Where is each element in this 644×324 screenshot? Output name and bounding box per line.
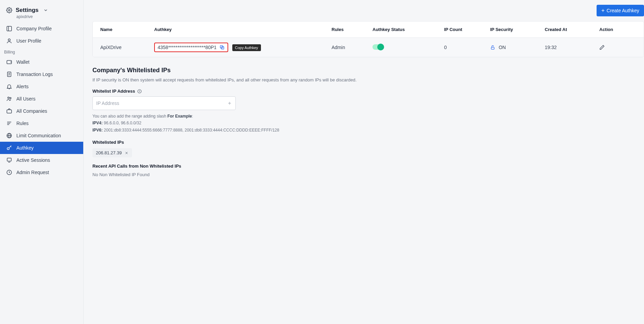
ip-chip-value: 206.81.27.39 — [96, 150, 122, 155]
layout-icon — [6, 26, 12, 32]
cell-created: 19:32 — [541, 38, 596, 57]
sidebar-item-label: Wallet — [16, 59, 29, 65]
sidebar-item-alerts[interactable]: Alerts — [0, 80, 83, 93]
ip-helper-text: You can also add the range adding slash … — [92, 113, 644, 134]
table-row: ApiXDrive 4358********************80P1 C… — [93, 38, 644, 57]
users-icon — [6, 96, 12, 102]
cell-rules: Admin — [328, 38, 369, 57]
edit-icon[interactable] — [599, 45, 605, 50]
cell-action — [596, 38, 644, 57]
sidebar-item-label: Rules — [16, 121, 29, 126]
remove-ip-icon[interactable] — [125, 151, 129, 155]
sidebar-item-label: All Companies — [16, 108, 47, 114]
admin-icon — [6, 169, 12, 175]
sidebar-item-limit-communication[interactable]: Limit Communication — [0, 129, 83, 142]
authkey-highlight-box: 4358********************80P1 — [154, 43, 228, 52]
svg-point-27 — [140, 90, 140, 91]
copy-authkey-tooltip: Copy Authkey — [232, 44, 261, 51]
whitelist-section: Company's Whitelisted IPs If IP security… — [92, 67, 644, 177]
th-name: Name — [93, 21, 151, 38]
svg-point-18 — [7, 148, 9, 150]
status-toggle[interactable] — [372, 44, 383, 50]
sidebar: Settings apixdrive Company Profile User … — [0, 0, 84, 324]
sidebar-item-active-sessions[interactable]: Active Sessions — [0, 154, 83, 166]
sidebar-item-label: User Profile — [16, 38, 41, 44]
info-icon[interactable] — [137, 89, 142, 94]
svg-point-10 — [10, 97, 11, 99]
main-content: + Create Authkey Name Authkey Rules Auth… — [84, 0, 644, 324]
rules-icon — [6, 120, 12, 126]
key-icon — [6, 145, 12, 151]
doc-icon — [6, 71, 12, 77]
sidebar-item-rules[interactable]: Rules — [0, 117, 83, 129]
sidebar-item-all-companies[interactable]: All Companies — [0, 105, 83, 117]
sidebar-header[interactable]: Settings — [0, 4, 83, 14]
cell-ipsec: ON — [487, 38, 541, 57]
th-status: Authkey Status — [369, 21, 441, 38]
whitelist-desc: If IP security is ON then system will ac… — [92, 77, 644, 82]
svg-rect-19 — [7, 158, 11, 161]
svg-rect-11 — [7, 110, 12, 113]
recent-calls-empty: No Non Whitelisted IP Found — [92, 172, 644, 177]
svg-rect-1 — [7, 26, 12, 31]
th-created: Created At — [541, 21, 596, 38]
ip-input-wrap[interactable] — [92, 96, 236, 110]
field-label-text: Whitelist IP Address — [92, 89, 135, 94]
wallet-icon — [6, 59, 12, 65]
cell-authkey: 4358********************80P1 Copy Authke… — [151, 38, 328, 57]
sidebar-item-label: Transaction Logs — [16, 72, 53, 77]
svg-point-0 — [9, 10, 10, 11]
settings-title: Settings — [16, 7, 39, 14]
lock-open-icon — [490, 45, 495, 50]
sidebar-item-authkey[interactable]: Authkey — [0, 142, 83, 154]
settings-subtitle: apixdrive — [0, 14, 83, 19]
cell-name: ApiXDrive — [93, 38, 151, 57]
th-authkey: Authkey — [151, 21, 328, 38]
chevron-down-icon[interactable] — [43, 8, 48, 13]
gear-icon — [6, 7, 12, 13]
th-rules: Rules — [328, 21, 369, 38]
sidebar-item-label: Admin Request — [16, 170, 49, 175]
sidebar-item-all-users[interactable]: All Users — [0, 93, 83, 105]
add-ip-icon[interactable] — [227, 101, 232, 106]
sidebar-item-user-profile[interactable]: User Profile — [0, 35, 83, 47]
th-action: Action — [596, 21, 644, 38]
sidebar-item-label: Active Sessions — [16, 157, 50, 163]
plus-icon: + — [601, 8, 604, 13]
authkey-value: 4358********************80P1 — [158, 45, 217, 50]
svg-rect-24 — [491, 47, 494, 49]
ip-address-input[interactable] — [96, 101, 227, 106]
sessions-icon — [6, 157, 12, 163]
topbar: + Create Authkey — [84, 5, 644, 21]
cell-ipcount: 0 — [441, 38, 487, 57]
sidebar-item-label: Authkey — [16, 145, 34, 151]
copy-icon[interactable] — [219, 45, 225, 50]
sidebar-item-company-profile[interactable]: Company Profile — [0, 22, 83, 35]
bell-icon — [6, 83, 12, 90]
th-ipsec: IP Security — [487, 21, 541, 38]
authkey-table-card: Name Authkey Rules Authkey Status IP Cou… — [92, 21, 644, 57]
ip-chip: 206.81.27.39 — [92, 148, 132, 157]
sidebar-item-transaction-logs[interactable]: Transaction Logs — [0, 68, 83, 80]
sidebar-item-label: Limit Communication — [16, 133, 61, 138]
sidebar-item-label: All Users — [16, 96, 35, 102]
user-icon — [6, 38, 12, 44]
sidebar-item-label: Alerts — [16, 84, 29, 89]
whitelisted-ips-heading: Whitelisted IPs — [92, 140, 644, 145]
create-authkey-button[interactable]: + Create Authkey — [597, 5, 644, 16]
sidebar-item-wallet[interactable]: Wallet — [0, 56, 83, 68]
svg-point-3 — [8, 39, 10, 41]
th-ipcount: IP Count — [441, 21, 487, 38]
sidebar-item-admin-request[interactable]: Admin Request — [0, 166, 83, 179]
briefcase-icon — [6, 108, 12, 114]
whitelist-title: Company's Whitelisted IPs — [92, 67, 644, 74]
cell-status — [369, 38, 441, 57]
button-label: Create Authkey — [606, 8, 639, 13]
whitelist-field-label: Whitelist IP Address — [92, 89, 644, 94]
globe-icon — [6, 133, 12, 139]
recent-calls-heading: Recent API Calls from Non Whitelisted IP… — [92, 164, 644, 169]
authkey-table: Name Authkey Rules Authkey Status IP Cou… — [93, 21, 644, 57]
sidebar-item-label: Company Profile — [16, 26, 52, 31]
svg-point-9 — [8, 97, 10, 99]
sidebar-section-billing: Billing — [0, 47, 83, 56]
